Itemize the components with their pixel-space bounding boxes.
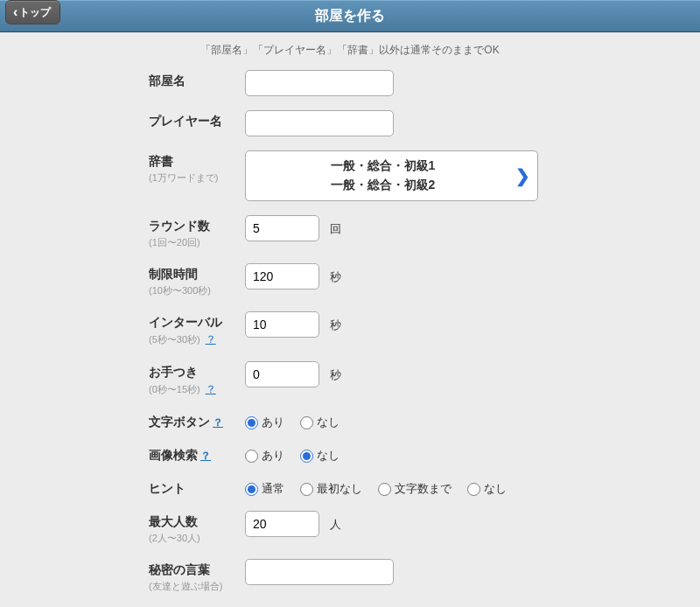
label-player-name: プレイヤー名 xyxy=(149,114,245,129)
page-title: 部屋を作る xyxy=(315,8,385,23)
char-button-radio-yes[interactable] xyxy=(245,416,258,429)
label-rounds: ラウンド数 xyxy=(149,219,245,234)
penalty-unit: 秒 xyxy=(330,367,341,383)
row-penalty: お手つき (0秒〜15秒) ？ 秒 xyxy=(149,361,551,397)
hint-group: 通常 最初なし 文字数まで なし xyxy=(245,478,551,497)
chevron-right-icon: ❯ xyxy=(515,165,530,186)
sublabel-penalty: (0秒〜15秒) ？ xyxy=(149,382,245,397)
header-bar: トップ 部屋を作る xyxy=(0,0,700,32)
image-search-radio-yes[interactable] xyxy=(245,450,258,463)
hint-option-normal[interactable]: 通常 xyxy=(245,481,284,497)
sublabel-time-limit: (10秒〜300秒) xyxy=(149,284,245,297)
max-players-unit: 人 xyxy=(330,517,341,533)
sublabel-secret: (友達と遊ぶ場合) xyxy=(149,580,245,593)
label-char-button: 文字ボタン？ xyxy=(149,415,245,430)
row-char-button: 文字ボタン？ あり なし xyxy=(149,411,551,430)
row-player-name: プレイヤー名 xyxy=(149,110,551,136)
char-button-group: あり なし xyxy=(245,411,551,430)
image-search-radio-no[interactable] xyxy=(300,450,313,463)
create-room-form: 部屋名 プレイヤー名 辞書 (1万ワードまで) 一般・総合・初級1 一般・総合・… xyxy=(149,70,551,593)
row-rounds: ラウンド数 (1回〜20回) 回 xyxy=(149,215,551,249)
help-penalty[interactable]: ？ xyxy=(206,383,216,395)
label-image-search: 画像検索？ xyxy=(149,448,245,464)
sublabel-interval: (5秒〜30秒) ？ xyxy=(149,332,245,347)
char-button-option-yes[interactable]: あり xyxy=(245,415,284,430)
char-button-radio-no[interactable] xyxy=(300,416,313,429)
hint-radio-normal[interactable] xyxy=(245,483,258,496)
label-penalty: お手つき xyxy=(149,365,245,380)
interval-input[interactable] xyxy=(245,311,319,338)
room-name-input[interactable] xyxy=(245,70,394,96)
row-interval: インターバル (5秒〜30秒) ？ 秒 xyxy=(149,311,551,347)
max-players-input[interactable] xyxy=(245,511,319,537)
sublabel-rounds: (1回〜20回) xyxy=(149,236,245,249)
rounds-unit: 回 xyxy=(330,221,341,237)
help-char-button[interactable]: ？ xyxy=(213,416,223,429)
time-limit-input[interactable] xyxy=(245,263,319,290)
top-button-label: トップ xyxy=(19,6,51,18)
image-search-option-yes[interactable]: あり xyxy=(245,448,284,464)
row-secret: 秘密の言葉 (友達と遊ぶ場合) xyxy=(149,559,551,593)
row-room-name: 部屋名 xyxy=(149,70,551,96)
instruction-text: 「部屋名」「プレイヤー名」「辞書」以外は通常そのままでOK xyxy=(0,43,700,58)
hint-option-lenonly[interactable]: 文字数まで xyxy=(378,481,452,497)
row-time-limit: 制限時間 (10秒〜300秒) 秒 xyxy=(149,263,551,297)
label-max-players: 最大人数 xyxy=(149,514,245,530)
row-max-players: 最大人数 (2人〜30人) 人 xyxy=(149,511,551,545)
char-button-option-no[interactable]: なし xyxy=(300,415,340,430)
rounds-input[interactable] xyxy=(245,215,319,241)
hint-radio-lenonly[interactable] xyxy=(378,483,391,496)
help-image-search[interactable]: ？ xyxy=(200,450,211,462)
label-dictionary: 辞書 xyxy=(149,154,245,170)
sublabel-max-players: (2人〜30人) xyxy=(149,532,245,545)
secret-input[interactable] xyxy=(245,559,394,585)
sublabel-dictionary: (1万ワードまで) xyxy=(149,171,245,185)
label-interval: インターバル xyxy=(149,315,245,331)
interval-unit: 秒 xyxy=(330,317,341,333)
image-search-group: あり なし xyxy=(245,444,551,464)
label-hint: ヒント xyxy=(149,481,245,497)
player-name-input[interactable] xyxy=(245,110,394,136)
row-image-search: 画像検索？ あり なし xyxy=(149,444,551,464)
label-secret: 秘密の言葉 xyxy=(149,562,245,578)
dictionary-select[interactable]: 一般・総合・初級1 一般・総合・初級2 ❯ xyxy=(245,150,538,201)
image-search-option-no[interactable]: なし xyxy=(300,448,340,464)
hint-radio-nofirst[interactable] xyxy=(300,483,313,496)
hint-radio-none[interactable] xyxy=(467,483,480,496)
top-button[interactable]: トップ xyxy=(5,0,60,24)
dictionary-item: 一般・総合・初級1 xyxy=(255,157,511,176)
row-hint: ヒント 通常 最初なし 文字数まで なし xyxy=(149,478,551,497)
time-limit-unit: 秒 xyxy=(330,269,341,285)
dictionary-item: 一般・総合・初級2 xyxy=(255,176,511,195)
label-time-limit: 制限時間 xyxy=(149,267,245,283)
label-room-name: 部屋名 xyxy=(149,73,245,89)
penalty-input[interactable] xyxy=(245,361,319,387)
help-interval[interactable]: ？ xyxy=(206,333,216,345)
hint-option-none[interactable]: なし xyxy=(467,481,507,497)
row-dictionary: 辞書 (1万ワードまで) 一般・総合・初級1 一般・総合・初級2 ❯ xyxy=(149,150,551,201)
hint-option-nofirst[interactable]: 最初なし xyxy=(300,481,362,497)
